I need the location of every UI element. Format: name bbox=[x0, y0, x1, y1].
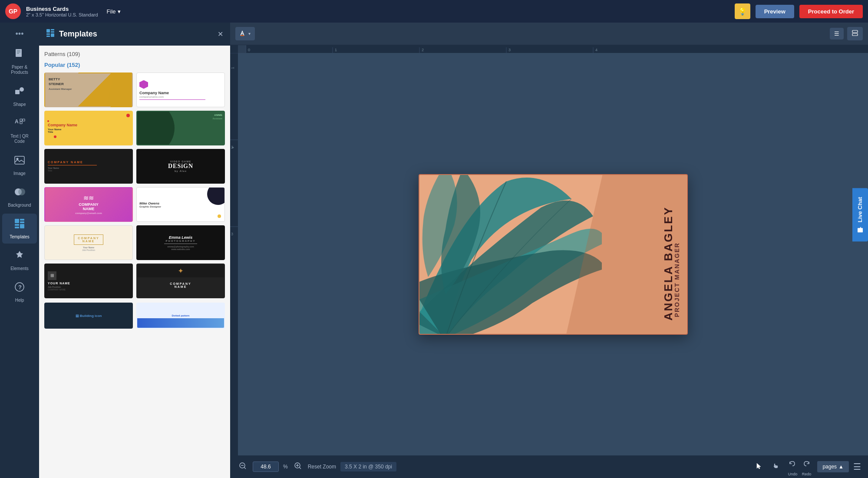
text-qr-icon: A bbox=[14, 117, 25, 131]
sidebar-item-image[interactable]: Image bbox=[2, 150, 37, 180]
background-icon bbox=[14, 186, 25, 200]
ruler-vertical: 1 2 3 ▸ bbox=[230, 53, 238, 455]
dpi-label: 3.5 X 2 in @ 350 dpi bbox=[340, 462, 396, 471]
sidebar-label-help: Help bbox=[15, 298, 24, 303]
template-thumb[interactable]: Company Name companyname.com bbox=[136, 73, 225, 107]
more-templates-grid: ▤ Building icon Dotted pattern bbox=[44, 303, 225, 329]
proceed-to-order-button[interactable]: Proceed to Order bbox=[799, 5, 863, 18]
templates-icon bbox=[14, 218, 25, 232]
fill-icon bbox=[240, 30, 247, 38]
svg-rect-16 bbox=[20, 221, 24, 223]
svg-text:3: 3 bbox=[231, 232, 233, 236]
svg-rect-8 bbox=[20, 122, 22, 124]
sidebar-item-background[interactable]: Background bbox=[2, 182, 37, 212]
sidebar-more[interactable]: ••• bbox=[12, 26, 27, 42]
template-thumb[interactable]: Company Name Your Name Title bbox=[44, 111, 133, 145]
light-button[interactable]: 💡 bbox=[735, 3, 750, 19]
live-chat-label: Live Chat bbox=[857, 197, 864, 223]
sidebar-label-paper-products: Paper &Products bbox=[11, 65, 28, 75]
svg-rect-2 bbox=[17, 52, 20, 53]
svg-rect-27 bbox=[46, 36, 50, 37]
zoom-in-button[interactable] bbox=[292, 460, 304, 474]
svg-rect-15 bbox=[20, 219, 24, 221]
template-thumb[interactable]: ⊞ YOUR NAME Job Position COMPANY NAME bbox=[44, 264, 133, 298]
canvas-workspace: ANGELA BAGLEY PROJECT MANAGER bbox=[238, 53, 868, 455]
canvas-area: ▾ ☰ bbox=[230, 23, 868, 478]
svg-rect-10 bbox=[15, 156, 24, 164]
preview-button[interactable]: Preview bbox=[756, 5, 794, 18]
canvas-toolbar: ▾ ☰ bbox=[230, 23, 868, 45]
undo-button[interactable] bbox=[786, 457, 799, 472]
template-thumb[interactable]: Mike Owens Graphic Designer bbox=[136, 187, 225, 222]
template-thumb[interactable]: Video Game DESiGN by Alex bbox=[136, 149, 225, 184]
app-title: Business Cards bbox=[26, 6, 98, 12]
svg-rect-3 bbox=[17, 53, 19, 54]
panel-content: Patterns (109) Popular (152) BETTY STEIN… bbox=[39, 46, 230, 478]
redo-label: Redo bbox=[802, 472, 812, 476]
fill-chevron-icon: ▾ bbox=[248, 31, 251, 36]
zoom-input[interactable]: 48.6 bbox=[253, 462, 279, 472]
sidebar-item-text-qr[interactable]: A Text | QRCode bbox=[2, 113, 37, 148]
svg-point-5 bbox=[20, 87, 24, 92]
template-thumb[interactable]: ✦ COMPANY NAME bbox=[136, 264, 225, 298]
sidebar-label-image: Image bbox=[13, 171, 26, 176]
undo-label: Undo bbox=[788, 472, 798, 476]
hamburger-menu-button[interactable]: ☰ bbox=[830, 28, 844, 40]
sidebar-item-paper-products[interactable]: Paper &Products bbox=[2, 44, 37, 79]
sidebar-item-templates[interactable]: Templates bbox=[2, 214, 37, 244]
main-layout: ••• Paper &Products Shape bbox=[0, 23, 868, 478]
bottombar-menu-button[interactable]: ☰ bbox=[853, 462, 861, 472]
cursor-tool-button[interactable] bbox=[753, 460, 765, 474]
template-thumb[interactable]: Emma Lewis Photography emma@photography.… bbox=[136, 225, 225, 260]
template-thumb[interactable]: COMPANY NAME Your Name Job Position bbox=[44, 225, 133, 260]
sidebar-item-help[interactable]: ? Help bbox=[2, 277, 37, 307]
card-name: ANGELA BAGLEY bbox=[663, 206, 674, 320]
help-icon: ? bbox=[14, 281, 25, 295]
sidebar-label-templates: Templates bbox=[10, 234, 30, 239]
hand-tool-button[interactable] bbox=[769, 460, 782, 474]
svg-text:3: 3 bbox=[508, 48, 511, 52]
template-thumb[interactable]: ANNIE Assistant bbox=[136, 111, 225, 145]
panel-title: Templates bbox=[59, 30, 213, 39]
zoom-out-button[interactable] bbox=[237, 460, 248, 474]
layers-icon bbox=[851, 30, 858, 38]
shape-icon bbox=[14, 86, 25, 99]
templates-panel: Templates ✕ Patterns (109) Popular (152)… bbox=[39, 23, 230, 478]
svg-text:1: 1 bbox=[231, 67, 235, 69]
svg-rect-44 bbox=[230, 53, 238, 444]
panel-close-button[interactable]: ✕ bbox=[218, 30, 223, 38]
svg-rect-22 bbox=[46, 29, 50, 33]
elements-icon bbox=[14, 250, 25, 264]
layers-button[interactable] bbox=[847, 27, 863, 40]
template-thumb[interactable]: COMPANY NAME Your Name Title bbox=[44, 149, 133, 184]
fill-tool-button[interactable]: ▾ bbox=[235, 27, 255, 40]
pages-button[interactable]: pages ▲ bbox=[817, 461, 849, 472]
template-thumb[interactable]: Dotted pattern bbox=[136, 303, 225, 329]
redo-button[interactable] bbox=[800, 457, 813, 472]
live-chat-button[interactable]: Live Chat bbox=[852, 188, 868, 242]
svg-point-13 bbox=[18, 188, 25, 195]
reset-zoom-button[interactable]: Reset Zoom bbox=[308, 464, 336, 470]
template-thumb[interactable]: ≋≋ COMPANY NAME company@email.com bbox=[44, 187, 133, 222]
app-logo: GP bbox=[5, 3, 21, 19]
svg-text:A: A bbox=[15, 119, 19, 125]
patterns-section[interactable]: Patterns (109) bbox=[44, 51, 225, 57]
svg-rect-26 bbox=[51, 33, 54, 37]
bottombar: 48.6 % Reset Zoom 3.5 X 2 in @ 350 dpi bbox=[230, 455, 868, 478]
canvas-toolbar-right: ☰ bbox=[830, 27, 863, 40]
template-thumb[interactable]: ▤ Building icon bbox=[44, 303, 133, 329]
template-thumb[interactable]: BETTY STEINER Assistant Manager bbox=[44, 73, 133, 107]
svg-rect-25 bbox=[46, 33, 50, 35]
paper-products-icon bbox=[14, 48, 25, 62]
svg-rect-7 bbox=[20, 119, 22, 121]
sidebar-item-elements[interactable]: Elements bbox=[2, 245, 37, 275]
sidebar-label-text-qr: Text | QRCode bbox=[10, 134, 29, 144]
sidebar-label-elements: Elements bbox=[10, 266, 29, 271]
file-menu[interactable]: File ▾ bbox=[107, 8, 121, 15]
live-chat-icon bbox=[857, 226, 864, 233]
popular-section[interactable]: Popular (152) bbox=[44, 62, 225, 68]
sidebar-label-background: Background bbox=[8, 203, 31, 208]
svg-rect-23 bbox=[51, 29, 54, 30]
svg-line-54 bbox=[244, 467, 246, 469]
sidebar-item-shape[interactable]: Shape bbox=[2, 81, 37, 111]
